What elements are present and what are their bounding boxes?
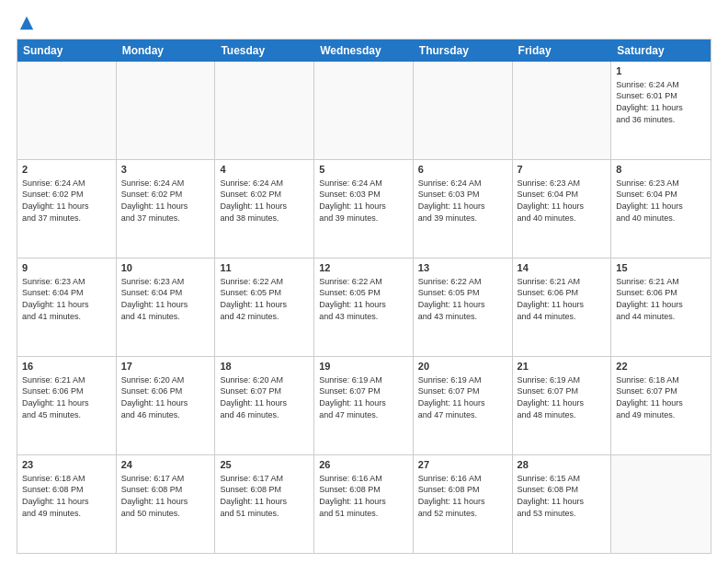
calendar-cell: 1Sunrise: 6:24 AM Sunset: 6:01 PM Daylig… [611,62,711,159]
day-number: 16 [22,360,111,373]
day-number: 27 [418,458,507,472]
day-number: 12 [319,261,408,275]
calendar-cell: 28Sunrise: 6:15 AM Sunset: 6:08 PM Dayli… [513,455,612,553]
page: SundayMondayTuesdayWednesdayThursdayFrid… [0,0,728,563]
day-info: Sunrise: 6:23 AM Sunset: 6:04 PM Dayligh… [121,276,210,322]
day-number: 1 [616,64,706,78]
day-info: Sunrise: 6:21 AM Sunset: 6:06 PM Dayligh… [22,374,111,420]
day-number: 10 [121,261,210,275]
day-info: Sunrise: 6:20 AM Sunset: 6:06 PM Dayligh… [121,374,210,420]
day-info: Sunrise: 6:20 AM Sunset: 6:07 PM Dayligh… [220,374,309,420]
header-day-tuesday: Tuesday [215,40,314,62]
header-day-monday: Monday [117,40,216,62]
header-day-saturday: Saturday [611,40,711,62]
calendar-cell: 2Sunrise: 6:24 AM Sunset: 6:02 PM Daylig… [17,160,117,258]
calendar-cell: 22Sunrise: 6:18 AM Sunset: 6:07 PM Dayli… [611,357,711,454]
svg-marker-0 [20,17,33,29]
header [17,15,711,31]
day-info: Sunrise: 6:24 AM Sunset: 6:02 PM Dayligh… [220,178,309,224]
day-info: Sunrise: 6:21 AM Sunset: 6:06 PM Dayligh… [518,276,607,322]
day-number: 28 [518,458,607,472]
day-number: 19 [319,360,408,373]
day-number: 14 [518,261,607,275]
logo [17,15,35,31]
calendar-cell: 24Sunrise: 6:17 AM Sunset: 6:08 PM Dayli… [117,455,216,553]
calendar-cell: 10Sunrise: 6:23 AM Sunset: 6:04 PM Dayli… [117,259,216,356]
calendar-cell: 21Sunrise: 6:19 AM Sunset: 6:07 PM Dayli… [513,357,612,454]
calendar-cell [414,62,513,159]
day-info: Sunrise: 6:17 AM Sunset: 6:08 PM Dayligh… [121,473,210,519]
calendar-cell: 12Sunrise: 6:22 AM Sunset: 6:05 PM Dayli… [314,259,414,356]
calendar-cell: 3Sunrise: 6:24 AM Sunset: 6:02 PM Daylig… [117,160,216,258]
day-info: Sunrise: 6:18 AM Sunset: 6:07 PM Dayligh… [616,374,706,420]
header-day-sunday: Sunday [17,40,117,62]
day-info: Sunrise: 6:22 AM Sunset: 6:05 PM Dayligh… [319,276,408,322]
calendar-row-1: 2Sunrise: 6:24 AM Sunset: 6:02 PM Daylig… [17,160,711,259]
calendar-cell: 19Sunrise: 6:19 AM Sunset: 6:07 PM Dayli… [314,357,414,454]
day-number: 13 [418,261,507,275]
day-number: 21 [518,360,607,373]
calendar-cell: 8Sunrise: 6:23 AM Sunset: 6:04 PM Daylig… [611,160,711,258]
calendar-cell [611,455,711,553]
calendar-row-4: 23Sunrise: 6:18 AM Sunset: 6:08 PM Dayli… [17,455,711,553]
calendar-cell: 5Sunrise: 6:24 AM Sunset: 6:03 PM Daylig… [314,160,414,258]
calendar-cell: 7Sunrise: 6:23 AM Sunset: 6:04 PM Daylig… [513,160,612,258]
calendar-cell: 27Sunrise: 6:16 AM Sunset: 6:08 PM Dayli… [414,455,513,553]
calendar-cell: 17Sunrise: 6:20 AM Sunset: 6:06 PM Dayli… [117,357,216,454]
day-number: 15 [616,261,706,275]
calendar-cell [513,62,612,159]
calendar-cell: 11Sunrise: 6:22 AM Sunset: 6:05 PM Dayli… [215,259,314,356]
calendar-body: 1Sunrise: 6:24 AM Sunset: 6:01 PM Daylig… [17,62,711,553]
day-info: Sunrise: 6:24 AM Sunset: 6:02 PM Dayligh… [22,178,111,224]
calendar-cell: 18Sunrise: 6:20 AM Sunset: 6:07 PM Dayli… [215,357,314,454]
day-info: Sunrise: 6:23 AM Sunset: 6:04 PM Dayligh… [22,276,111,322]
day-info: Sunrise: 6:19 AM Sunset: 6:07 PM Dayligh… [319,374,408,420]
calendar-cell: 15Sunrise: 6:21 AM Sunset: 6:06 PM Dayli… [611,259,711,356]
day-info: Sunrise: 6:18 AM Sunset: 6:08 PM Dayligh… [22,473,111,519]
day-info: Sunrise: 6:23 AM Sunset: 6:04 PM Dayligh… [616,178,706,224]
day-info: Sunrise: 6:22 AM Sunset: 6:05 PM Dayligh… [418,276,507,322]
day-number: 23 [22,458,111,472]
calendar-cell: 13Sunrise: 6:22 AM Sunset: 6:05 PM Dayli… [414,259,513,356]
day-info: Sunrise: 6:24 AM Sunset: 6:03 PM Dayligh… [319,178,408,224]
day-number: 22 [616,360,706,373]
calendar-cell: 20Sunrise: 6:19 AM Sunset: 6:07 PM Dayli… [414,357,513,454]
day-number: 5 [319,163,408,177]
logo-triangle-icon [18,15,35,31]
day-number: 25 [220,458,309,472]
calendar: SundayMondayTuesdayWednesdayThursdayFrid… [17,39,711,554]
calendar-cell: 16Sunrise: 6:21 AM Sunset: 6:06 PM Dayli… [17,357,117,454]
day-info: Sunrise: 6:24 AM Sunset: 6:02 PM Dayligh… [121,178,210,224]
calendar-cell: 26Sunrise: 6:16 AM Sunset: 6:08 PM Dayli… [314,455,414,553]
day-info: Sunrise: 6:22 AM Sunset: 6:05 PM Dayligh… [220,276,309,322]
calendar-cell [215,62,314,159]
calendar-cell: 25Sunrise: 6:17 AM Sunset: 6:08 PM Dayli… [215,455,314,553]
header-day-thursday: Thursday [414,40,513,62]
day-number: 17 [121,360,210,373]
calendar-cell [17,62,117,159]
day-number: 7 [518,163,607,177]
header-day-wednesday: Wednesday [314,40,414,62]
day-number: 18 [220,360,309,373]
header-day-friday: Friday [513,40,612,62]
day-info: Sunrise: 6:19 AM Sunset: 6:07 PM Dayligh… [518,374,607,420]
day-number: 2 [22,163,111,177]
day-info: Sunrise: 6:24 AM Sunset: 6:03 PM Dayligh… [418,178,507,224]
day-number: 9 [22,261,111,275]
day-info: Sunrise: 6:16 AM Sunset: 6:08 PM Dayligh… [418,473,507,519]
day-number: 4 [220,163,309,177]
day-number: 3 [121,163,210,177]
day-info: Sunrise: 6:23 AM Sunset: 6:04 PM Dayligh… [518,178,607,224]
day-number: 6 [418,163,507,177]
calendar-cell: 23Sunrise: 6:18 AM Sunset: 6:08 PM Dayli… [17,455,117,553]
calendar-row-2: 9Sunrise: 6:23 AM Sunset: 6:04 PM Daylig… [17,259,711,357]
day-info: Sunrise: 6:19 AM Sunset: 6:07 PM Dayligh… [418,374,507,420]
day-number: 24 [121,458,210,472]
calendar-cell: 6Sunrise: 6:24 AM Sunset: 6:03 PM Daylig… [414,160,513,258]
calendar-cell: 4Sunrise: 6:24 AM Sunset: 6:02 PM Daylig… [215,160,314,258]
calendar-header: SundayMondayTuesdayWednesdayThursdayFrid… [17,40,711,62]
day-number: 11 [220,261,309,275]
day-info: Sunrise: 6:21 AM Sunset: 6:06 PM Dayligh… [616,276,706,322]
day-info: Sunrise: 6:24 AM Sunset: 6:01 PM Dayligh… [616,79,706,125]
day-number: 26 [319,458,408,472]
